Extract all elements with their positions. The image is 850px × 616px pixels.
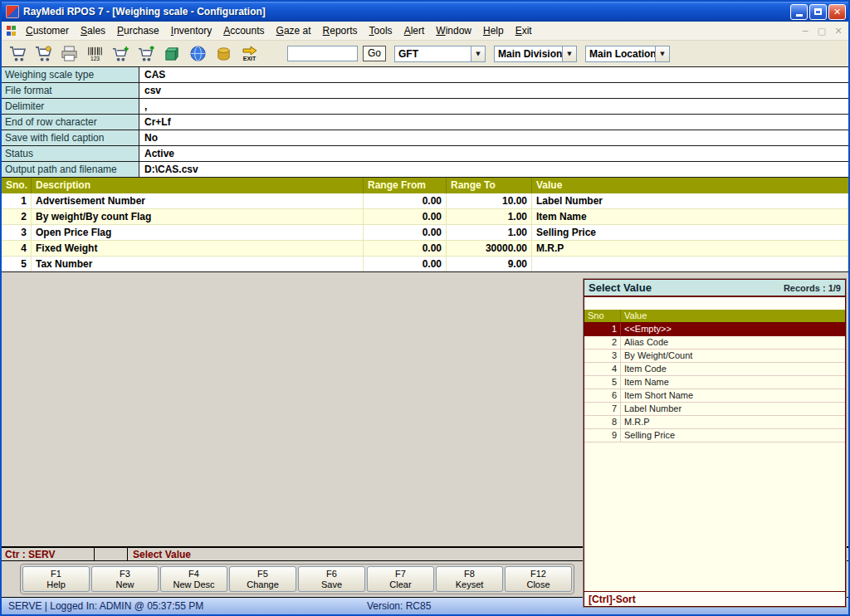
toolbar: 123 EXIT Go GFT ▼ Main Division ▼ [2, 41, 848, 67]
list-item[interactable]: 4 Item Code [584, 363, 845, 376]
print-icon[interactable] [58, 42, 81, 65]
f5-change-button[interactable]: F5 Change [229, 566, 296, 592]
column-header-sno: Sno. [2, 178, 32, 193]
property-row: End of row character Cr+Lf [2, 115, 848, 130]
mapping-table-header: Sno. Description Range From Range To Val… [2, 178, 848, 193]
bill-lookup-cart-icon[interactable] [32, 42, 55, 65]
select-value-grid-header: Sno Value [584, 310, 845, 323]
property-value[interactable]: Cr+Lf [139, 115, 848, 130]
property-value[interactable]: csv [139, 83, 848, 98]
quick-search-input[interactable] [287, 46, 358, 61]
exit-icon[interactable]: EXIT [238, 42, 261, 65]
cell-description: Advertisement Number [32, 193, 364, 208]
item-value: Item Name [621, 376, 845, 389]
property-value[interactable]: , [139, 99, 848, 114]
f1-help-button[interactable]: F1 Help [22, 566, 90, 592]
list-item[interactable]: 6 Item Short Name [584, 389, 845, 403]
session-status: SERVE | Logged In: ADMIN @ 05:37:55 PM [8, 600, 203, 612]
fkey-key: F5 [257, 569, 268, 579]
menu-item-inventory[interactable]: Inventory [165, 22, 217, 39]
menu-item-gaze-at[interactable]: Gaze at [271, 22, 317, 39]
cell-range-to: 1.00 [447, 209, 532, 224]
menu-item-customer[interactable]: Customer [20, 22, 75, 39]
menu-item-tools[interactable]: Tools [364, 22, 398, 39]
table-row[interactable]: 2 By weight/By count Flag 0.00 1.00 Item… [2, 209, 848, 225]
goods-outward-cart-icon[interactable] [135, 42, 158, 65]
fkey-label: Clear [389, 579, 411, 590]
f4-new-desc-button[interactable]: F4 New Desc [160, 566, 227, 592]
property-label: Weighing scale type [2, 67, 139, 82]
current-mode-label: Select Value [128, 548, 191, 560]
list-item[interactable]: 2 Alias Code [584, 336, 845, 350]
function-key-group: F1 Help F3 New F4 New Desc F5 Change F6 … [20, 564, 574, 594]
table-row[interactable]: 5 Tax Number 0.00 9.00 [2, 257, 848, 272]
fkey-key: F4 [188, 569, 199, 579]
list-item[interactable]: 8 M.R.P [584, 416, 845, 429]
table-row[interactable]: 3 Open Price Flag 0.00 1.00 Selling Pric… [2, 225, 848, 241]
mdi-restore-button[interactable]: ▢ [815, 26, 828, 37]
property-value[interactable]: CAS [139, 67, 848, 82]
menu-bar: Customer Sales Purchase Inventory Accoun… [2, 22, 848, 41]
menu-item-reports[interactable]: Reports [317, 22, 364, 39]
f6-save-button[interactable]: F6 Save [298, 566, 365, 592]
cell-sno: 3 [2, 225, 32, 240]
menu-item-exit[interactable]: Exit [510, 22, 538, 39]
f7-clear-button[interactable]: F7 Clear [367, 566, 434, 592]
barcode-icon[interactable]: 123 [84, 42, 106, 65]
property-value[interactable]: D:\CAS.csv [139, 162, 848, 177]
settlement-coins-icon[interactable] [212, 42, 235, 65]
sale-cart-icon[interactable] [7, 42, 29, 65]
menu-item-alert[interactable]: Alert [398, 22, 431, 39]
division-select-value: Main Division [495, 48, 562, 60]
property-label: Output path and filename [2, 162, 139, 177]
property-label: Status [2, 146, 139, 161]
menu-item-purchase[interactable]: Purchase [111, 22, 165, 39]
mdi-close-button[interactable]: ✕ [832, 26, 845, 37]
list-item[interactable]: 5 Item Name [584, 376, 845, 389]
f12-close-button[interactable]: F12 Close [505, 566, 572, 592]
cell-value: Label Number [532, 193, 848, 208]
cell-range-from: 0.00 [364, 257, 447, 271]
item-sno: 5 [584, 376, 621, 389]
stock-box-icon[interactable] [161, 42, 183, 65]
list-item[interactable]: 3 By Weight/Count [584, 350, 845, 363]
svg-text:123: 123 [90, 56, 100, 61]
list-item[interactable]: 9 Selling Price [584, 429, 845, 442]
title-bar: RayMedi RPOS 7 - [Weighing scale - Confi… [2, 2, 848, 22]
menu-item-accounts[interactable]: Accounts [217, 22, 270, 39]
close-button[interactable]: ✕ [828, 4, 846, 20]
f8-keyset-button[interactable]: F8 Keyset [436, 566, 503, 592]
property-row: Status Active [2, 146, 848, 162]
location-select-value: Main Location [586, 48, 655, 60]
table-row[interactable]: 1 Advertisement Number 0.00 10.00 Label … [2, 193, 848, 209]
cell-value: Item Name [532, 209, 848, 224]
menu-item-sales[interactable]: Sales [75, 22, 111, 39]
status-spacer [95, 548, 128, 560]
select-value-header: Select Value Records : 1/9 [584, 280, 845, 297]
table-row[interactable]: 4 Fixed Weight 0.00 30000.00 M.R.P [2, 241, 848, 257]
mdi-minimize-button[interactable]: ─ [799, 26, 812, 37]
division-select[interactable]: Main Division ▼ [494, 46, 577, 62]
list-item[interactable]: 1 <<Empty>> [584, 323, 845, 336]
minimize-button[interactable] [790, 4, 808, 20]
fkey-label: Change [247, 579, 279, 590]
property-value[interactable]: No [139, 130, 848, 145]
globe-icon[interactable] [187, 42, 209, 65]
sort-hint-label: [Ctrl]-Sort [584, 591, 845, 606]
restore-button[interactable] [809, 4, 827, 20]
app-icon [6, 5, 19, 18]
menu-item-help[interactable]: Help [477, 22, 510, 39]
cell-description: Fixed Weight [32, 241, 364, 256]
item-value: By Weight/Count [621, 350, 845, 362]
property-row: Delimiter , [2, 99, 848, 115]
location-select[interactable]: Main Location ▼ [585, 46, 670, 62]
list-item[interactable]: 7 Label Number [584, 403, 845, 416]
menu-item-window[interactable]: Window [430, 22, 477, 39]
restore-icon [814, 8, 822, 15]
item-sno: 8 [584, 416, 621, 428]
go-button[interactable]: Go [363, 46, 386, 61]
company-select[interactable]: GFT ▼ [394, 46, 486, 62]
goods-inward-cart-icon[interactable] [110, 42, 132, 65]
f3-new-button[interactable]: F3 New [91, 566, 159, 592]
property-value[interactable]: Active [139, 146, 848, 161]
